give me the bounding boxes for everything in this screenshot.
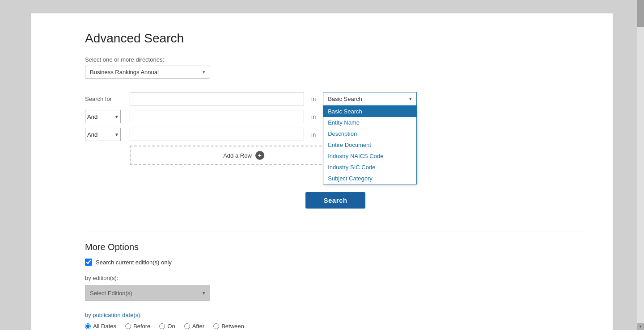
radio-before-label: Before [133, 323, 150, 330]
search-input-2[interactable] [130, 110, 304, 123]
plus-icon: + [255, 151, 264, 160]
radio-input-between[interactable] [213, 323, 219, 329]
divider [85, 231, 586, 231]
dropdown-item-industry-naics[interactable]: Industry NAICS Code [323, 150, 416, 162]
in-label-3: in [311, 131, 316, 138]
directory-dropdown[interactable]: Business Rankings Annual ▾ [85, 66, 210, 79]
in-dropdown-wrap-1: Basic Search ▾ Basic Search Entity Name … [323, 92, 417, 105]
radio-input-before[interactable] [125, 323, 131, 329]
dropdown-item-industry-sic[interactable]: Industry SIC Code [323, 162, 416, 173]
by-pub-label: by publication date(s): [85, 312, 586, 318]
in-dropdown-btn-1[interactable]: Basic Search ▾ [323, 92, 417, 105]
dropdown-item-subject-category[interactable]: Subject Category [323, 173, 416, 184]
chevron-down-icon-7: ▾ [203, 290, 205, 296]
in-dropdown-selected: Basic Search [328, 96, 362, 102]
dropdown-item-basic-search[interactable]: Basic Search [323, 106, 416, 117]
edition-dropdown[interactable]: Select Edition(s) ▾ [85, 285, 210, 301]
scrollbar-thumb[interactable] [637, 0, 644, 27]
radio-input-on[interactable] [159, 323, 165, 329]
search-rows: Search for in Basic Search ▾ Basic Searc… [85, 92, 586, 165]
connector-wrap-2: And Or Not ▾ [85, 110, 121, 123]
radio-on-label: On [167, 323, 175, 330]
radio-after-label: After [192, 323, 204, 330]
directory-label: Select one or more directories: [85, 56, 586, 63]
radio-between-label: Between [221, 323, 244, 330]
connector-select-2[interactable]: And Or Not [85, 110, 121, 123]
radio-on[interactable]: On [159, 323, 175, 330]
search-button[interactable]: Search [305, 192, 365, 209]
checkbox-row: Search current edition(s) only [85, 259, 586, 266]
connector-select-3[interactable]: And Or Not [85, 128, 121, 141]
page-title: Advanced Search [85, 31, 586, 46]
scrollbar-arrow-down[interactable]: ▼ [637, 323, 644, 330]
radio-all-dates-label: All Dates [93, 323, 116, 330]
radio-input-after[interactable] [184, 323, 190, 329]
connector-label-3: And Or Not ▾ [85, 128, 125, 141]
radio-all-dates[interactable]: All Dates [85, 323, 116, 330]
dropdown-item-description[interactable]: Description [323, 128, 416, 139]
radio-after[interactable]: After [184, 323, 204, 330]
current-edition-checkbox[interactable] [85, 259, 92, 266]
search-for-label: Search for [85, 96, 125, 102]
search-row-1: Search for in Basic Search ▾ Basic Searc… [85, 92, 586, 105]
by-edition-label: by edition(s): [85, 275, 586, 281]
connector-wrap-3: And Or Not ▾ [85, 128, 121, 141]
in-label-2: in [311, 113, 316, 120]
dropdown-item-entity-name[interactable]: Entity Name [323, 117, 416, 128]
more-options-title: More Options [85, 242, 586, 252]
in-dropdown-list: Basic Search Entity Name Description Ent… [323, 105, 417, 184]
scrollbar-track: ▲ ▼ [637, 0, 644, 330]
date-radio-group: All Dates Before On After Between [85, 323, 586, 330]
radio-before[interactable]: Before [125, 323, 150, 330]
chevron-down-icon-2: ▾ [409, 96, 412, 102]
connector-label-2: And Or Not ▾ [85, 110, 125, 123]
radio-input-all-dates[interactable] [85, 323, 91, 329]
radio-between[interactable]: Between [213, 323, 244, 330]
edition-placeholder: Select Edition(s) [90, 290, 132, 297]
current-edition-label[interactable]: Search current edition(s) only [96, 259, 172, 266]
page-wrapper: Advanced Search Select one or more direc… [31, 13, 613, 330]
directory-value: Business Rankings Annual [90, 69, 159, 75]
add-row-label: Add a Row [223, 152, 252, 159]
in-label-1: in [311, 96, 316, 102]
search-input-1[interactable] [130, 92, 304, 105]
chevron-down-icon: ▾ [203, 69, 205, 75]
dropdown-item-entire-document[interactable]: Entire Document [323, 139, 416, 150]
search-input-3[interactable] [130, 128, 304, 141]
